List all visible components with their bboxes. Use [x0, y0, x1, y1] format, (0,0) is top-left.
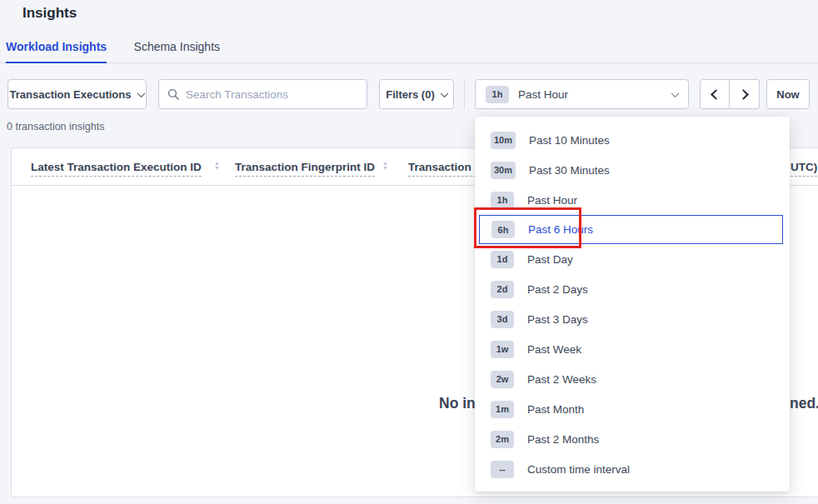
time-option-past-6-hours[interactable]: 6h Past 6 Hours	[479, 215, 783, 244]
time-option-past-10-minutes[interactable]: 10m Past 10 Minutes	[475, 125, 790, 155]
time-option-past-week[interactable]: 1w Past Week	[475, 334, 790, 364]
insights-page: Insights Workload Insights Schema Insigh…	[0, 0, 818, 504]
tab-schema-insights[interactable]: Schema Insights	[134, 37, 221, 63]
time-interval-label: Past Hour	[518, 88, 672, 101]
time-option-past-2-months[interactable]: 2m Past 2 Months	[475, 424, 790, 454]
toolbar-divider	[464, 79, 465, 109]
toolbar: Transaction Executions Filters (0) 1h Pa…	[7, 79, 810, 109]
time-option-past-month[interactable]: 1m Past Month	[475, 394, 790, 424]
page-title: Insights	[22, 5, 77, 22]
time-nav-buttons	[700, 79, 760, 109]
time-option-past-day[interactable]: 1d Past Day	[475, 244, 790, 274]
search-icon	[167, 88, 179, 100]
time-option-past-2-days[interactable]: 2d Past 2 Days	[475, 274, 790, 304]
column-header-latest-transaction-execution-id[interactable]: Latest Transaction Execution ID	[31, 161, 202, 173]
previous-interval-button[interactable]	[700, 79, 730, 109]
filters-dropdown[interactable]: Filters (0)	[379, 79, 454, 109]
workload-type-dropdown[interactable]: Transaction Executions	[7, 79, 147, 109]
now-button[interactable]: Now	[766, 79, 810, 109]
empty-state-text-fragment-right: ned.	[790, 395, 818, 412]
search-input[interactable]	[186, 88, 358, 101]
filters-label: Filters (0)	[386, 88, 435, 101]
column-header-time-utc[interactable]: UTC)	[791, 161, 817, 173]
time-option-past-hour[interactable]: 1h Past Hour	[475, 185, 790, 215]
time-option-past-2-weeks[interactable]: 2w Past 2 Weeks	[475, 364, 790, 394]
chevron-down-icon	[671, 89, 680, 97]
chevron-right-icon	[738, 89, 749, 100]
empty-state-text-fragment-left: No in	[439, 395, 476, 412]
chevron-left-icon	[711, 89, 721, 100]
time-interval-select[interactable]: 1h Past Hour	[475, 79, 689, 109]
now-button-label: Now	[776, 88, 799, 101]
sort-icon[interactable]: ▲▼	[382, 161, 388, 171]
tab-workload-insights[interactable]: Workload Insights	[6, 37, 107, 63]
sort-icon[interactable]: ▲▼	[214, 161, 220, 171]
time-option-past-30-minutes[interactable]: 30m Past 30 Minutes	[475, 155, 790, 185]
time-option-custom-interval[interactable]: -- Custom time interval	[475, 454, 790, 484]
time-option-past-3-days[interactable]: 3d Past 3 Days	[475, 304, 790, 334]
insights-count-text: 0 transaction insights	[7, 121, 104, 132]
time-interval-dropdown-menu: 10m Past 10 Minutes 30m Past 30 Minutes …	[475, 117, 790, 492]
time-interval-badge: 1h	[486, 86, 509, 103]
chevron-down-icon	[137, 89, 146, 97]
chevron-down-icon	[440, 89, 448, 97]
search-box[interactable]	[158, 79, 367, 109]
column-header-transaction-fingerprint-id[interactable]: Transaction Fingerprint ID	[235, 161, 375, 173]
tab-bar: Workload Insights Schema Insights	[0, 37, 818, 63]
workload-type-label: Transaction Executions	[10, 88, 132, 101]
next-interval-button[interactable]	[730, 79, 760, 109]
